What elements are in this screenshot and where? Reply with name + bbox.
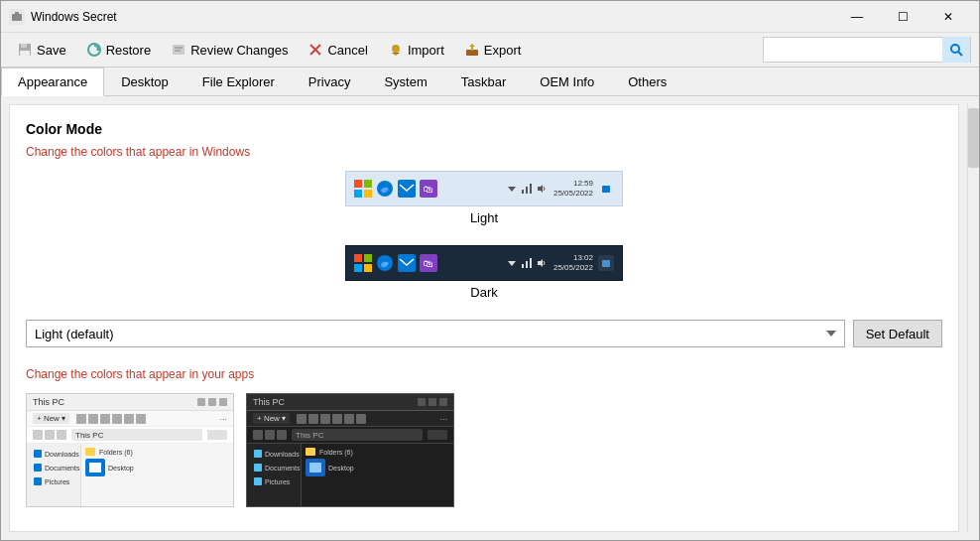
search-box: [763, 37, 971, 63]
tab-taskbar[interactable]: Taskbar: [444, 68, 524, 96]
app-icon: [9, 9, 25, 25]
svg-rect-41: [522, 264, 524, 268]
light-content-area: Folders (6) Desktop: [81, 444, 233, 507]
cancel-icon: [307, 42, 323, 58]
dark-app-preview: This PC + New ▾: [246, 393, 454, 507]
svg-text:🛍: 🛍: [424, 184, 433, 195]
light-sidebar: Downloads Documents Pictures: [27, 444, 81, 507]
svg-rect-1: [12, 14, 22, 21]
color-mode-title: Color Mode: [26, 121, 942, 137]
toolbar-icon-3-light: [100, 414, 110, 424]
up-btn-light: [57, 430, 66, 440]
minimize-button[interactable]: —: [834, 1, 880, 33]
time-dark: 13:02 25/05/2022: [553, 253, 593, 274]
title-bar: Windows Secret — ☐ ✕: [1, 1, 979, 33]
main-content: Color Mode Change the colors that appear…: [1, 96, 979, 540]
svg-rect-34: [354, 264, 362, 272]
light-app-preview: This PC + New ▾: [26, 393, 234, 507]
svg-rect-32: [354, 254, 362, 262]
dark-app-nav: This PC: [247, 427, 453, 444]
desktop-folder-icon-light: [89, 463, 101, 473]
forward-btn-light: [45, 430, 55, 440]
dark-content-area: Folders (6) Desktop: [302, 444, 453, 507]
tray-area-light: 12:59 25/05/2022: [506, 179, 614, 200]
svg-rect-33: [364, 254, 372, 262]
tab-others[interactable]: Others: [611, 68, 683, 96]
scrollbar-track[interactable]: [967, 104, 979, 532]
import-button[interactable]: Import: [380, 38, 452, 62]
volume-icon-light: [536, 183, 548, 195]
svg-line-16: [958, 52, 962, 56]
svg-rect-46: [602, 260, 610, 267]
tab-system[interactable]: System: [367, 68, 443, 96]
close-button[interactable]: ✕: [925, 1, 971, 33]
toolbar-icon-5-dark: [344, 414, 354, 424]
svg-rect-37: [398, 254, 416, 272]
window-controls: — ☐ ✕: [834, 1, 971, 33]
svg-rect-2: [15, 12, 19, 15]
dark-app-titlebar: This PC: [247, 394, 453, 411]
new-btn-light: + New ▾: [33, 413, 69, 424]
maximize-button[interactable]: ☐: [880, 1, 925, 33]
dark-mode-label: Dark: [470, 285, 497, 300]
notification-icon-light: [598, 181, 614, 197]
app-previews: This PC + New ▾: [26, 393, 942, 507]
svg-marker-40: [508, 261, 516, 266]
search-icon: [949, 43, 963, 57]
dark-preview-row: 🛍 13:02 25/05/2022: [26, 245, 942, 312]
time-light: 12:59 25/05/2022: [553, 179, 593, 200]
desktop-folder-dark: [306, 459, 325, 476]
color-mode-desc: Change the colors that appear in Windows: [26, 145, 942, 159]
chevron-icon-light: [506, 183, 518, 195]
light-mode-label: Light: [470, 210, 498, 225]
network-icon-light: [521, 183, 533, 195]
store-icon-dark: 🛍: [420, 254, 437, 272]
svg-marker-44: [538, 259, 543, 267]
color-mode-dropdown[interactable]: Light (default) Dark Custom: [26, 320, 845, 347]
search-bar-light: [207, 430, 227, 440]
folders-icon-dark: [306, 448, 315, 456]
light-preview-row: 🛍 12:59 25/05/2022: [26, 171, 942, 237]
svg-rect-17: [354, 180, 362, 188]
scrollbar-thumb[interactable]: [968, 108, 979, 168]
desktop-folder-light: [85, 459, 105, 476]
tab-oem-info[interactable]: OEM Info: [523, 68, 611, 96]
search-input[interactable]: [764, 43, 942, 58]
content-panel: Color Mode Change the colors that appear…: [9, 104, 959, 532]
svg-rect-35: [364, 264, 372, 272]
tray-area-dark: 13:02 25/05/2022: [506, 253, 614, 274]
tab-desktop[interactable]: Desktop: [104, 68, 185, 96]
breadcrumb-dark: This PC: [292, 429, 423, 441]
svg-point-13: [392, 45, 400, 53]
downloads-dot-dark: [254, 450, 262, 458]
tab-file-explorer[interactable]: File Explorer: [185, 68, 292, 96]
search-button[interactable]: [942, 37, 970, 63]
light-sidebar-pictures: Pictures: [31, 475, 76, 487]
toolbar-icon-2-light: [88, 414, 98, 424]
tab-appearance[interactable]: Appearance: [1, 68, 104, 96]
restore-button[interactable]: Restore: [78, 38, 160, 62]
documents-dot-dark: [254, 464, 262, 472]
back-btn-dark: [253, 430, 263, 440]
cancel-button[interactable]: Cancel: [300, 38, 375, 62]
volume-icon-dark: [536, 257, 548, 269]
light-app-toolbar: + New ▾ ···: [27, 411, 233, 427]
dark-desktop-row: Desktop: [306, 459, 449, 476]
save-button[interactable]: Save: [9, 38, 74, 62]
svg-rect-27: [526, 187, 528, 194]
light-taskbar-preview: 🛍 12:59 25/05/2022: [345, 171, 623, 206]
notification-icon-dark: [598, 255, 614, 271]
svg-rect-26: [522, 190, 524, 194]
tab-privacy[interactable]: Privacy: [292, 68, 368, 96]
documents-dot-light: [34, 464, 42, 472]
light-app-controls: [197, 398, 227, 406]
review-changes-button[interactable]: Review Changes: [163, 38, 296, 62]
svg-rect-31: [602, 186, 610, 193]
mail-icon-dark: [398, 254, 416, 272]
store-icon-light: 🛍: [420, 180, 437, 198]
maximize-dot-light: [208, 398, 216, 406]
light-app-titlebar: This PC: [27, 394, 233, 411]
set-default-button[interactable]: Set Default: [853, 320, 942, 347]
export-button[interactable]: Export: [456, 38, 530, 62]
edge-icon-light: [376, 180, 394, 198]
